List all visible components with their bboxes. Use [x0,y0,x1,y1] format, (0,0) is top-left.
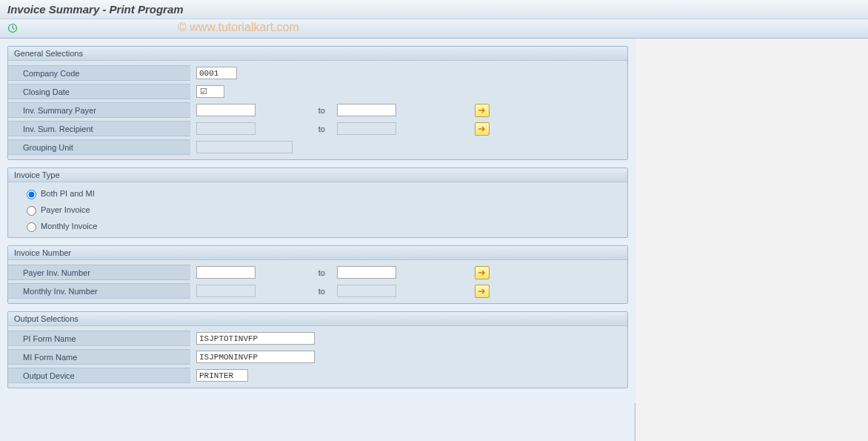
group-header-output: Output Selections [8,312,627,326]
label-payer-to: to [297,106,334,115]
label-mi-form-name: MI Form Name [8,349,190,365]
label-monthly-inv-to: to [297,287,334,296]
toolbar: © www.tutorialkart.com [0,19,868,39]
blank-right-area [635,39,868,441]
radio-payer-invoice[interactable] [27,206,36,216]
row-monthly-inv-number: Monthly Inv. Number to [8,282,627,300]
input-company-code[interactable] [196,67,237,79]
group-header-invoice-type: Invoice Type [8,168,627,182]
radio-label-payer: Payer Invoice [41,205,90,214]
label-payer-inv-number: Payer Inv. Number [8,265,190,280]
watermark-text: © www.tutorialkart.com [178,21,299,34]
label-inv-summary-payer: Inv. Summary Payer [8,102,190,118]
multiselect-monthly-inv-button[interactable] [475,285,490,298]
row-pi-form-name: PI Form Name [8,329,627,348]
input-payer-from[interactable] [196,104,256,116]
group-output-selections: Output Selections PI Form Name MI Form N… [7,311,628,388]
radio-monthly-invoice[interactable] [27,222,36,232]
multiselect-payer-inv-button[interactable] [475,266,490,279]
input-payer-inv-to[interactable] [337,266,396,279]
label-grouping-unit: Grouping Unit [8,139,190,155]
group-header-invoice-number: Invoice Number [8,246,627,260]
title-bar: Invoice Summary - Print Program [0,0,868,19]
execute-icon[interactable] [6,21,19,35]
content-area: General Selections Company Code Closing … [0,39,635,403]
page-title: Invoice Summary - Print Program [7,3,184,16]
input-grouping-unit [196,141,293,153]
label-output-device: Output Device [8,368,190,383]
input-monthly-inv-from [196,285,256,297]
multiselect-payer-button[interactable] [475,104,490,117]
input-pi-form-name[interactable] [196,332,315,345]
input-closing-date-check[interactable] [196,85,224,98]
multiselect-recipient-button[interactable] [475,122,490,136]
input-output-device[interactable] [196,369,248,382]
input-payer-to[interactable] [337,104,396,116]
label-inv-sum-recipient: Inv. Sum. Recipient [8,121,190,136]
row-closing-date: Closing Date [8,82,627,101]
input-recipient-from [196,122,256,135]
group-general-selections: General Selections Company Code Closing … [7,46,628,160]
input-payer-inv-from[interactable] [196,266,256,279]
input-recipient-to [337,122,396,135]
radio-row-both[interactable]: Both PI and MI [8,185,627,202]
row-output-device: Output Device [8,366,627,385]
input-monthly-inv-to [337,285,396,297]
input-mi-form-name[interactable] [196,351,315,363]
radio-row-payer[interactable]: Payer Invoice [8,202,627,218]
label-company-code: Company Code [8,65,190,81]
label-monthly-inv-number: Monthly Inv. Number [8,283,190,299]
radio-both-pi-mi[interactable] [27,190,36,199]
row-company-code: Company Code [8,64,627,82]
row-inv-sum-recipient: Inv. Sum. Recipient to [8,119,627,138]
row-grouping-unit: Grouping Unit [8,138,627,156]
label-recipient-to: to [297,125,334,133]
group-invoice-type: Invoice Type Both PI and MI Payer Invoic… [7,168,628,238]
group-header-general: General Selections [8,47,627,61]
label-payer-inv-to: to [297,268,334,277]
row-mi-form-name: MI Form Name [8,348,627,366]
radio-row-monthly[interactable]: Monthly Invoice [8,218,627,234]
row-inv-summary-payer: Inv. Summary Payer to [8,101,627,119]
radio-label-both: Both PI and MI [41,189,95,198]
label-pi-form-name: PI Form Name [8,331,190,346]
group-invoice-number: Invoice Number Payer Inv. Number to Mont… [7,245,628,304]
row-payer-inv-number: Payer Inv. Number to [8,263,627,282]
label-closing-date: Closing Date [8,84,190,99]
radio-label-monthly: Monthly Invoice [41,222,97,231]
